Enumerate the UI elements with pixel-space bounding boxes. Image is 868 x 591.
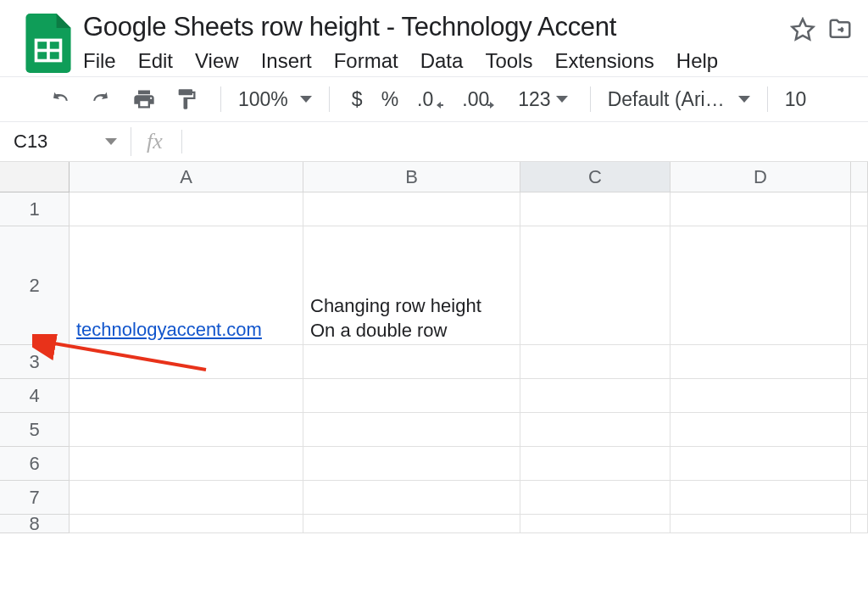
undo-icon[interactable] — [42, 87, 76, 111]
cell-e5[interactable] — [851, 413, 868, 447]
cell-b2[interactable]: Changing row height On a double row — [303, 226, 520, 345]
name-box-value: C13 — [14, 131, 47, 153]
select-all-corner[interactable] — [0, 162, 70, 192]
cell-e6[interactable] — [851, 447, 868, 481]
app-header: Google Sheets row height - Technology Ac… — [0, 0, 868, 76]
cell-b3[interactable] — [303, 345, 520, 379]
row-header-4[interactable]: 4 — [0, 379, 70, 413]
font-size-value[interactable]: 10 — [785, 88, 807, 111]
cell-e3[interactable] — [851, 345, 868, 379]
cell-c7[interactable] — [520, 481, 670, 515]
menu-bar: File Edit View Insert Format Data Tools … — [83, 47, 778, 73]
cell-d2[interactable] — [670, 226, 851, 345]
cell-d8[interactable] — [670, 515, 851, 533]
cell-a2-link[interactable]: technologyaccent.com — [76, 319, 262, 341]
cell-d5[interactable] — [670, 413, 851, 447]
row-header-5[interactable]: 5 — [0, 413, 70, 447]
cell-d3[interactable] — [670, 345, 851, 379]
cell-c4[interactable] — [520, 379, 670, 413]
cell-a3[interactable] — [70, 345, 303, 379]
chevron-down-icon — [300, 96, 312, 103]
star-icon[interactable] — [790, 17, 815, 45]
menu-data[interactable]: Data — [420, 49, 464, 73]
name-box-row: C13 fx — [0, 122, 868, 162]
cell-a5[interactable] — [70, 413, 303, 447]
col-header-e[interactable] — [851, 162, 868, 192]
cell-c6[interactable] — [520, 447, 670, 481]
font-family-value: Default (Ari… — [608, 88, 725, 111]
font-family-dropdown[interactable]: Default (Ari… — [608, 88, 750, 111]
row-header-6[interactable]: 6 — [0, 447, 70, 481]
cell-a6[interactable] — [70, 447, 303, 481]
menu-file[interactable]: File — [83, 49, 116, 73]
cell-b4[interactable] — [303, 379, 520, 413]
decrease-decimal-button[interactable]: .0 — [412, 86, 448, 113]
cell-c5[interactable] — [520, 413, 670, 447]
row-header-8[interactable]: 8 — [0, 515, 70, 533]
cell-e2[interactable] — [851, 226, 868, 345]
col-header-c[interactable]: C — [520, 162, 670, 192]
cell-e7[interactable] — [851, 481, 868, 515]
name-box[interactable]: C13 — [0, 122, 131, 161]
cell-c2[interactable] — [520, 226, 670, 345]
redo-icon[interactable] — [85, 87, 119, 111]
cell-d4[interactable] — [670, 379, 851, 413]
menu-help[interactable]: Help — [676, 49, 718, 73]
cell-b8[interactable] — [303, 515, 520, 533]
row-header-1[interactable]: 1 — [0, 192, 70, 226]
chevron-down-icon — [556, 96, 568, 103]
increase-decimal-button[interactable]: .00 — [457, 86, 504, 113]
print-icon[interactable] — [127, 86, 161, 113]
cell-a2[interactable]: technologyaccent.com — [70, 226, 303, 345]
cell-a1[interactable] — [70, 192, 303, 226]
currency-format-button[interactable]: $ — [347, 86, 368, 113]
percent-format-button[interactable]: % — [376, 86, 403, 113]
chevron-down-icon — [105, 138, 117, 145]
cell-c8[interactable] — [520, 515, 670, 533]
menu-extensions[interactable]: Extensions — [554, 49, 654, 73]
row-header-7[interactable]: 7 — [0, 481, 70, 515]
number-format-dropdown[interactable]: 123 — [513, 86, 572, 113]
fx-label: fx — [131, 122, 178, 161]
col-header-d[interactable]: D — [670, 162, 851, 192]
cell-b7[interactable] — [303, 481, 520, 515]
cell-e4[interactable] — [851, 379, 868, 413]
cell-b1[interactable] — [303, 192, 520, 226]
menu-view[interactable]: View — [195, 49, 239, 73]
cell-a7[interactable] — [70, 481, 303, 515]
cell-e8[interactable] — [851, 515, 868, 533]
cell-d1[interactable] — [670, 192, 851, 226]
zoom-dropdown[interactable]: 100% — [238, 88, 312, 111]
cell-b5[interactable] — [303, 413, 520, 447]
cell-d6[interactable] — [670, 447, 851, 481]
svg-marker-3 — [793, 20, 814, 40]
menu-edit[interactable]: Edit — [138, 49, 173, 73]
cell-c1[interactable] — [520, 192, 670, 226]
menu-format[interactable]: Format — [334, 49, 398, 73]
spreadsheet-grid: A B C D 1 2 technologyaccent.com Changin… — [0, 162, 868, 533]
cell-c3[interactable] — [520, 345, 670, 379]
col-header-a[interactable]: A — [70, 162, 303, 192]
cell-a4[interactable] — [70, 379, 303, 413]
menu-insert[interactable]: Insert — [261, 49, 312, 73]
cell-e1[interactable] — [851, 192, 868, 226]
chevron-down-icon — [738, 96, 750, 103]
cell-a8[interactable] — [70, 515, 303, 533]
menu-tools[interactable]: Tools — [485, 49, 532, 73]
document-title[interactable]: Google Sheets row height - Technology Ac… — [83, 10, 778, 47]
sheets-logo-icon[interactable] — [25, 14, 71, 73]
row-header-2[interactable]: 2 — [0, 226, 70, 345]
zoom-value: 100% — [238, 88, 288, 111]
move-to-folder-icon[interactable] — [827, 17, 853, 45]
paint-format-icon[interactable] — [170, 86, 203, 113]
col-header-b[interactable]: B — [303, 162, 520, 192]
row-header-3[interactable]: 3 — [0, 345, 70, 379]
cell-b6[interactable] — [303, 447, 520, 481]
cell-d7[interactable] — [670, 481, 851, 515]
toolbar: 100% $ % .0 .00 123 Default (Ari… 10 — [0, 76, 868, 122]
